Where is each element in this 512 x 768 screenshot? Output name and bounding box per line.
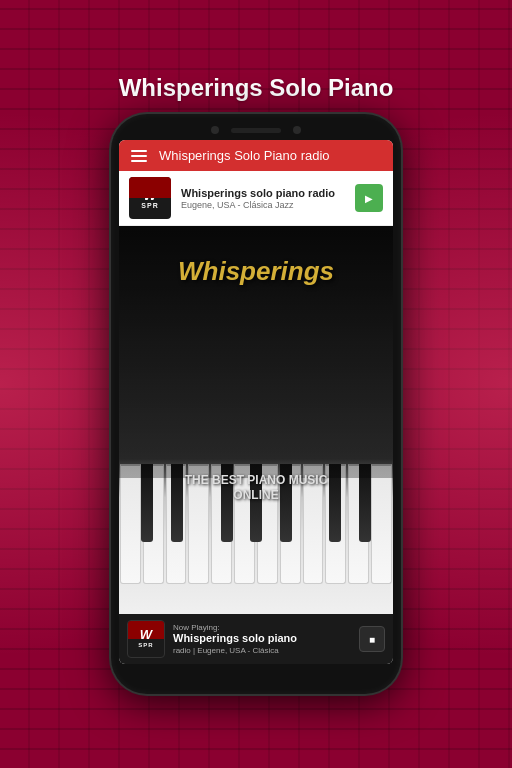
phone-screen: Whisperings Solo Piano radio W SPR Whisp… <box>119 140 393 664</box>
piano-subtitle: THE BEST PIANO MUSIC ONLINE <box>185 473 328 604</box>
now-playing-bar: W SPR Now Playing: Whisperings solo pian… <box>119 614 393 664</box>
station-location: Eugene, USA - Clásica Jazz <box>181 200 345 210</box>
menu-icon[interactable] <box>131 150 147 162</box>
phone-camera-dot <box>211 126 219 134</box>
station-name: Whisperings solo piano radio <box>181 187 345 199</box>
station-info: Whisperings solo piano radio Eugene, USA… <box>181 187 345 210</box>
play-button[interactable] <box>355 184 383 212</box>
app-toolbar: Whisperings Solo Piano radio <box>119 140 393 171</box>
phone-sensor-dot <box>293 126 301 134</box>
now-playing-info: Now Playing: Whisperings solo piano radi… <box>173 623 351 654</box>
phone-top-bar <box>119 126 393 134</box>
np-logo-text: SPR <box>138 642 153 648</box>
phone-device: Whisperings Solo Piano radio W SPR Whisp… <box>111 114 401 694</box>
now-playing-logo: W SPR <box>127 620 165 658</box>
phone-speaker <box>231 128 281 133</box>
toolbar-title: Whisperings Solo Piano radio <box>159 148 381 163</box>
page-title: Whisperings Solo Piano <box>119 74 394 102</box>
station-logo: W SPR <box>129 177 171 219</box>
station-logo-text: SPR <box>141 202 158 209</box>
np-logo-letter: W <box>140 627 152 642</box>
piano-image-area: Whisperings THE BEST PIANO MUSIC ONLINE <box>119 226 393 614</box>
stop-button[interactable] <box>359 626 385 652</box>
now-playing-title-line1: Whisperings solo piano <box>173 632 351 645</box>
now-playing-label: Now Playing: <box>173 623 351 632</box>
station-row[interactable]: W SPR Whisperings solo piano radio Eugen… <box>119 171 393 226</box>
now-playing-title-line2: radio | Eugene, USA - Clásica <box>173 646 351 655</box>
piano-display-title: Whisperings <box>178 256 334 287</box>
